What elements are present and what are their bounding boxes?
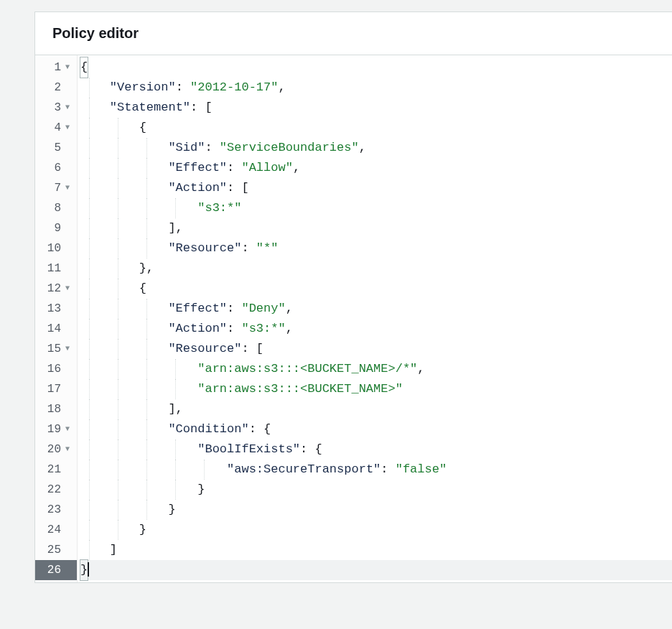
indent-guide xyxy=(89,279,90,299)
json-string: "arn:aws:s3:::<BUCKET_NAME>" xyxy=(197,382,403,396)
code-line[interactable]: "Sid": "ServiceBoundaries", xyxy=(80,138,672,158)
indent-guide xyxy=(146,460,147,480)
indent-guide xyxy=(89,118,90,138)
code-line[interactable]: "arn:aws:s3:::<BUCKET_NAME>" xyxy=(80,379,672,399)
indent-guide xyxy=(89,500,90,520)
fold-toggle-icon[interactable]: ▼ xyxy=(62,439,73,460)
gutter-line[interactable]: 11▼ xyxy=(35,258,77,279)
code-line[interactable]: "Resource": "*" xyxy=(80,238,672,258)
gutter-line[interactable]: 7▼ xyxy=(35,178,77,198)
code-line[interactable]: ], xyxy=(80,218,672,238)
gutter-line[interactable]: 14▼ xyxy=(35,319,77,339)
json-string: "false" xyxy=(396,462,447,476)
gutter-line[interactable]: 10▼ xyxy=(35,238,77,258)
json-key: "Sid" xyxy=(168,141,205,154)
gutter-line[interactable]: 12▼ xyxy=(35,279,77,299)
code-line[interactable]: "Condition": { xyxy=(80,419,672,439)
gutter-line[interactable]: 13▼ xyxy=(35,299,77,319)
fold-toggle-icon[interactable]: ▼ xyxy=(62,178,73,198)
code-line[interactable]: } xyxy=(80,520,672,540)
page-title: Policy editor xyxy=(52,25,655,42)
code-line[interactable]: { xyxy=(80,57,672,78)
indent-guide xyxy=(89,480,90,500)
code-line[interactable]: } xyxy=(80,560,672,580)
json-punct: { xyxy=(139,121,146,134)
fold-toggle-icon[interactable]: ▼ xyxy=(62,98,73,118)
fold-toggle-icon[interactable]: ▼ xyxy=(62,339,73,359)
json-string: "*" xyxy=(256,241,279,255)
json-punct: , xyxy=(293,161,300,174)
line-number: 24 xyxy=(42,520,61,540)
indent-guide xyxy=(118,198,118,218)
indent-guide xyxy=(118,118,118,138)
json-punct: : { xyxy=(300,442,322,456)
gutter-line[interactable]: 8▼ xyxy=(35,198,77,218)
gutter-line[interactable]: 19▼ xyxy=(35,419,77,439)
indent-guide xyxy=(89,299,90,319)
code-line[interactable]: "Effect": "Allow", xyxy=(80,158,672,178)
code-line[interactable]: ] xyxy=(80,540,672,560)
gutter-line[interactable]: 4▼ xyxy=(35,118,77,138)
gutter-line[interactable]: 22▼ xyxy=(35,480,77,500)
code-line[interactable]: "Statement": [ xyxy=(80,98,672,118)
gutter-line[interactable]: 24▼ xyxy=(35,520,77,540)
code-line[interactable]: } xyxy=(80,500,672,520)
code-line[interactable]: "s3:*" xyxy=(80,198,672,218)
line-number: 8 xyxy=(42,198,61,218)
gutter-line[interactable]: 23▼ xyxy=(35,500,77,520)
code-line[interactable]: }, xyxy=(80,258,672,279)
indent-guide xyxy=(118,299,118,319)
code-line[interactable]: ], xyxy=(80,399,672,419)
indent-guide xyxy=(89,339,90,359)
line-number: 12 xyxy=(42,279,61,299)
gutter-line[interactable]: 9▼ xyxy=(35,218,77,238)
indent-guide xyxy=(89,460,90,480)
indent-guide xyxy=(146,399,147,419)
json-string: "s3:*" xyxy=(197,201,241,215)
gutter-line[interactable]: 16▼ xyxy=(35,359,77,379)
gutter-line[interactable]: 15▼ xyxy=(35,339,77,359)
fold-toggle-icon[interactable]: ▼ xyxy=(62,279,73,299)
gutter-line[interactable]: 6▼ xyxy=(35,158,77,178)
gutter-line[interactable]: 17▼ xyxy=(35,379,77,399)
gutter-line[interactable]: 1▼ xyxy=(35,57,77,78)
gutter-line[interactable]: 20▼ xyxy=(35,439,77,460)
gutter-line[interactable]: 5▼ xyxy=(35,138,77,158)
indent-guide xyxy=(89,138,90,158)
editor-code-area[interactable]: { "Version": "2012-10-17", "Statement": … xyxy=(78,55,672,582)
json-punct: , xyxy=(286,302,293,315)
code-line[interactable]: { xyxy=(80,118,672,138)
line-number: 23 xyxy=(42,500,61,520)
code-line[interactable]: "arn:aws:s3:::<BUCKET_NAME>/*", xyxy=(80,359,672,379)
code-line[interactable]: "Version": "2012-10-17", xyxy=(80,78,672,98)
code-line[interactable]: "Effect": "Deny", xyxy=(80,299,672,319)
code-editor[interactable]: 1▼2▼3▼4▼5▼6▼7▼8▼9▼10▼11▼12▼13▼14▼15▼16▼1… xyxy=(35,55,672,582)
gutter-line[interactable]: 25▼ xyxy=(35,540,77,560)
gutter-line[interactable]: 21▼ xyxy=(35,460,77,480)
code-line[interactable]: "Action": [ xyxy=(80,178,672,198)
code-line[interactable]: "aws:SecureTransport": "false" xyxy=(80,460,672,480)
line-number: 17 xyxy=(42,379,61,399)
fold-toggle-icon[interactable]: ▼ xyxy=(62,57,73,78)
gutter-line[interactable]: 26▼ xyxy=(35,560,77,580)
gutter-line[interactable]: 18▼ xyxy=(35,399,77,419)
json-punct: : [ xyxy=(241,342,263,355)
fold-toggle-icon[interactable]: ▼ xyxy=(62,419,73,439)
indent-guide xyxy=(146,319,147,339)
indent-guide xyxy=(118,359,118,379)
code-line[interactable]: "BoolIfExists": { xyxy=(80,439,672,460)
gutter-line[interactable]: 3▼ xyxy=(35,98,77,118)
json-punct: ], xyxy=(168,402,182,416)
code-line[interactable]: "Action": "s3:*", xyxy=(80,319,672,339)
json-string: "ServiceBoundaries" xyxy=(220,141,359,154)
code-line[interactable]: { xyxy=(80,279,672,299)
gutter-line[interactable]: 2▼ xyxy=(35,78,77,98)
indent-guide xyxy=(175,480,176,500)
indent-guide xyxy=(146,238,147,258)
code-line[interactable]: } xyxy=(80,480,672,500)
fold-toggle-icon[interactable]: ▼ xyxy=(62,118,73,138)
code-line[interactable]: "Resource": [ xyxy=(80,339,672,359)
line-number: 20 xyxy=(42,439,61,460)
indent-guide xyxy=(118,339,118,359)
json-punct: }, xyxy=(139,261,154,275)
